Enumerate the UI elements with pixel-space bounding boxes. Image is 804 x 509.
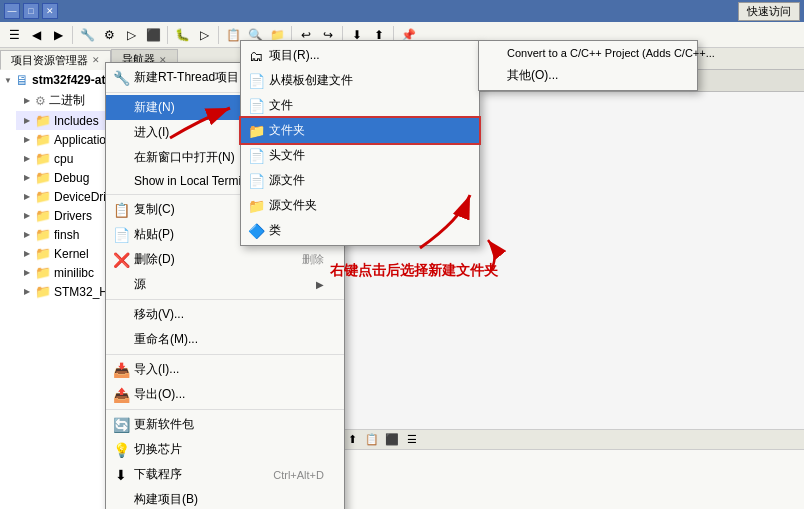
- menu-sep-4: [106, 354, 344, 355]
- menu-item-move-label: 移动(V)...: [134, 306, 184, 323]
- menu-item-download-label: 下载程序: [134, 466, 182, 483]
- tab-project-explorer-label: 项目资源管理器: [11, 53, 88, 68]
- tree-label-binary: 二进制: [49, 92, 85, 109]
- menu-item-copy-icon: 📋: [112, 201, 130, 219]
- tree-label-kernel: Kernel: [54, 247, 89, 261]
- menu-item-move[interactable]: 移动(V)...: [106, 302, 344, 327]
- titlebar-buttons: — □ ✕: [4, 3, 58, 19]
- menu-item-delete-shortcut: 删除: [302, 252, 324, 267]
- menu-item-download-icon: ⬇: [112, 466, 130, 484]
- submenu-new-template-icon: 📄: [247, 72, 265, 90]
- submenu-new-item-template[interactable]: 📄 从模板创建文件: [241, 68, 479, 93]
- close-button[interactable]: ✕: [42, 3, 58, 19]
- arrow-finsh: ▶: [24, 230, 32, 239]
- toolbar-btn-6[interactable]: ▷: [121, 25, 141, 45]
- submenu-new-item-folder[interactable]: 📁 文件夹: [241, 118, 479, 143]
- drivers-folder-icon: 📁: [35, 208, 51, 223]
- toolbar-btn-2[interactable]: ◀: [26, 25, 46, 45]
- minimize-button[interactable]: —: [4, 3, 20, 19]
- submenu-new-source-label: 源文件: [269, 172, 305, 189]
- tree-label-minilibc: minilibc: [54, 266, 94, 280]
- tree-label-cpu: cpu: [54, 152, 73, 166]
- kernel-folder-icon: 📁: [35, 246, 51, 261]
- submenu-new-item-header[interactable]: 📄 头文件: [241, 143, 479, 168]
- binary-icon: ⚙: [35, 94, 46, 108]
- menu-item-paste-label: 粘贴(P): [134, 226, 174, 243]
- toolbar-btn-8[interactable]: 🐛: [172, 25, 192, 45]
- submenu-new-item-class[interactable]: 🔷 类: [241, 218, 479, 243]
- menu-item-switch-chip[interactable]: 💡 切换芯片: [106, 437, 344, 462]
- submenu-new-header-label: 头文件: [269, 147, 305, 164]
- menu-item-export-label: 导出(O)...: [134, 386, 185, 403]
- finsh-folder-icon: 📁: [35, 227, 51, 242]
- arrow-drivers: ▶: [24, 211, 32, 220]
- toolbar-sep-1: [72, 26, 73, 44]
- maximize-button[interactable]: □: [23, 3, 39, 19]
- submenu-file-other[interactable]: 其他(O)...: [479, 63, 697, 88]
- menu-item-update-pkg[interactable]: 🔄 更新软件包: [106, 412, 344, 437]
- arrow-debug: ▶: [24, 173, 32, 182]
- menu-item-delete[interactable]: ❌ 删除(D) 删除: [106, 247, 344, 272]
- toolbar-btn-3[interactable]: ▶: [48, 25, 68, 45]
- tab-project-explorer-close[interactable]: ✕: [92, 55, 100, 65]
- debug-folder-icon: 📁: [35, 170, 51, 185]
- toolbar-btn-1[interactable]: ☰: [4, 25, 24, 45]
- panel-btn-4[interactable]: 📋: [363, 431, 381, 449]
- menu-item-new-label: 新建(N): [134, 99, 175, 116]
- menu-item-source[interactable]: 源 ▶: [106, 272, 344, 297]
- tree-label-drivers: Drivers: [54, 209, 92, 223]
- arrow-stm32hal: ▶: [24, 287, 32, 296]
- panel-btn-5[interactable]: ⬛: [383, 431, 401, 449]
- submenu-new-item-source[interactable]: 📄 源文件: [241, 168, 479, 193]
- submenu-new-source-icon: 📄: [247, 172, 265, 190]
- menu-item-rename-label: 重命名(M)...: [134, 331, 198, 348]
- submenu-new-file-label: 文件: [269, 97, 293, 114]
- arrow-binary: ▶: [24, 96, 32, 105]
- cpu-folder-icon: 📁: [35, 151, 51, 166]
- menu-item-delete-label: 删除(D): [134, 251, 175, 268]
- arrow-includes: ▶: [24, 116, 32, 125]
- toolbar-btn-4[interactable]: 🔧: [77, 25, 97, 45]
- menu-item-export-icon: 📤: [112, 386, 130, 404]
- quick-access-button[interactable]: 快速访问: [738, 2, 800, 21]
- tree-arrow-root: ▼: [4, 76, 12, 85]
- devicedrivers-folder-icon: 📁: [35, 189, 51, 204]
- submenu-new-srcfolder-label: 源文件夹: [269, 197, 317, 214]
- menu-item-source-label: 源: [134, 276, 146, 293]
- menu-item-update-pkg-label: 更新软件包: [134, 416, 194, 433]
- submenu-file-convert[interactable]: Convert to a C/C++ Project (Adds C/C++..…: [479, 43, 697, 63]
- titlebar: — □ ✕ 快速访问: [0, 0, 804, 22]
- arrow-kernel: ▶: [24, 249, 32, 258]
- menu-sep-3: [106, 299, 344, 300]
- toolbar-btn-7[interactable]: ⬛: [143, 25, 163, 45]
- tree-label-includes: Includes: [54, 114, 99, 128]
- menu-item-download-shortcut: Ctrl+Alt+D: [273, 469, 324, 481]
- submenu-new-folder-label: 文件夹: [269, 122, 305, 139]
- menu-item-switch-chip-icon: 💡: [112, 441, 130, 459]
- menu-item-update-pkg-icon: 🔄: [112, 416, 130, 434]
- menu-item-build[interactable]: 构建项目(B): [106, 487, 344, 509]
- tree-label-finsh: finsh: [54, 228, 79, 242]
- submenu-new-item-project[interactable]: 🗂 项目(R)...: [241, 43, 479, 68]
- tree-label-debug: Debug: [54, 171, 89, 185]
- panel-btn-6[interactable]: ☰: [403, 431, 421, 449]
- menu-item-download[interactable]: ⬇ 下载程序 Ctrl+Alt+D: [106, 462, 344, 487]
- submenu-file: Convert to a C/C++ Project (Adds C/C++..…: [478, 40, 698, 91]
- submenu-new-item-srcfolder[interactable]: 📁 源文件夹: [241, 193, 479, 218]
- submenu-new-item-file[interactable]: 📄 文件: [241, 93, 479, 118]
- menu-item-source-arrow: ▶: [316, 279, 324, 290]
- menu-item-import-icon: 📥: [112, 361, 130, 379]
- tab-project-explorer[interactable]: 项目资源管理器 ✕: [0, 50, 111, 70]
- menu-item-export[interactable]: 📤 导出(O)...: [106, 382, 344, 407]
- toolbar-btn-9[interactable]: ▷: [194, 25, 214, 45]
- submenu-new-template-label: 从模板创建文件: [269, 72, 353, 89]
- menu-item-rename[interactable]: 重命名(M)...: [106, 327, 344, 352]
- panel-btn-3[interactable]: ⬆: [343, 431, 361, 449]
- arrow-cpu: ▶: [24, 154, 32, 163]
- submenu-new-project-label: 项目(R)...: [269, 47, 320, 64]
- toolbar-btn-5[interactable]: ⚙: [99, 25, 119, 45]
- menu-item-import[interactable]: 📥 导入(I)...: [106, 357, 344, 382]
- submenu-new: 🗂 项目(R)... 📄 从模板创建文件 📄 文件 📁 文件夹 📄 头文件 📄 …: [240, 40, 480, 246]
- minilibc-folder-icon: 📁: [35, 265, 51, 280]
- submenu-new-project-icon: 🗂: [247, 47, 265, 65]
